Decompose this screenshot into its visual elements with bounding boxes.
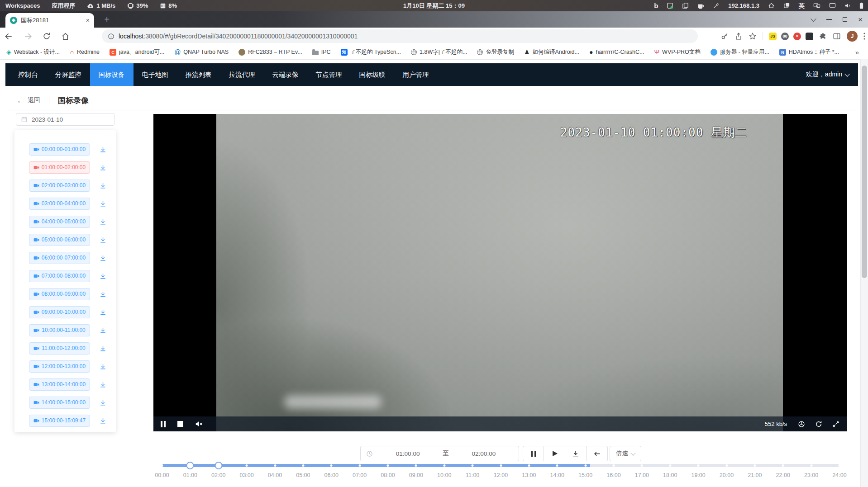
record-range-button[interactable]: 10:00:00-11:00:00 bbox=[29, 324, 90, 336]
browser-tab[interactable]: 国标28181 × bbox=[5, 13, 94, 28]
record-download-button[interactable] bbox=[98, 397, 108, 407]
input-language-indicator[interactable]: 英 bbox=[799, 2, 805, 10]
time-range-input[interactable]: 01:00:00 至 02:00:00 bbox=[360, 446, 519, 461]
record-range-button[interactable]: 08:00:00-09:00:00 bbox=[29, 288, 90, 300]
bookmarks-overflow-icon[interactable]: » bbox=[855, 48, 868, 56]
record-range-button[interactable]: 03:00:00-04:00:00 bbox=[29, 198, 90, 210]
record-download-button[interactable] bbox=[98, 180, 108, 190]
window-close-icon[interactable]: × bbox=[858, 16, 863, 24]
bookmark-item[interactable]: IPC bbox=[312, 49, 331, 55]
record-range-button[interactable]: 14:00:00-15:00:00 bbox=[29, 397, 90, 409]
bing-tray-icon[interactable]: b bbox=[654, 2, 658, 9]
seek-to-start-button[interactable] bbox=[587, 446, 608, 461]
page-scrollbar[interactable] bbox=[860, 59, 868, 487]
bookmark-star-icon[interactable] bbox=[749, 32, 757, 40]
nav-tab-云端录像[interactable]: 云端录像 bbox=[264, 63, 307, 86]
nav-tab-拉流代理[interactable]: 拉流代理 bbox=[220, 63, 264, 86]
record-range-button[interactable]: 01:00:00-02:00:00 bbox=[29, 161, 90, 174]
end-time-value[interactable]: 02:00:00 bbox=[449, 450, 519, 457]
nav-tab-控制台[interactable]: 控制台 bbox=[10, 63, 47, 86]
extension-icon[interactable]: × bbox=[793, 33, 801, 40]
record-download-button[interactable] bbox=[98, 343, 108, 353]
timeline-handle[interactable] bbox=[215, 462, 222, 469]
fullscreen-icon[interactable] bbox=[832, 421, 839, 428]
extension-icon[interactable] bbox=[806, 33, 813, 40]
record-download-button[interactable] bbox=[98, 271, 108, 281]
workspaces-button[interactable]: Workspaces bbox=[5, 2, 40, 9]
extension-icon[interactable]: JS bbox=[769, 33, 777, 40]
nav-tab-节点管理[interactable]: 节点管理 bbox=[307, 63, 351, 86]
record-download-button[interactable] bbox=[98, 379, 108, 389]
home-button-icon[interactable] bbox=[61, 32, 70, 41]
player-mute-icon[interactable] bbox=[195, 421, 203, 427]
record-download-button[interactable] bbox=[98, 162, 108, 172]
windows-overlap-icon[interactable] bbox=[783, 2, 790, 9]
bookmark-item[interactable]: ♟如何编译Android... bbox=[524, 48, 579, 56]
record-download-button[interactable] bbox=[98, 217, 108, 227]
ip-address-indicator[interactable]: 192.168.1.3 bbox=[728, 2, 759, 9]
date-picker-input[interactable]: 2023-01-10 bbox=[16, 113, 114, 126]
nav-tab-国标设备[interactable]: 国标设备 bbox=[90, 63, 134, 86]
timeline-handle[interactable] bbox=[186, 462, 194, 469]
start-time-value[interactable]: 01:00:00 bbox=[373, 450, 443, 457]
nav-tab-分屏监控[interactable]: 分屏监控 bbox=[47, 63, 90, 86]
clipboard-icon[interactable] bbox=[682, 2, 689, 9]
bookmark-item[interactable]: 1.8W字|了不起的... bbox=[411, 48, 467, 56]
scrollbar-thumb[interactable] bbox=[862, 66, 867, 278]
bookmark-item[interactable]: ∩Redmine bbox=[70, 49, 100, 55]
back-icon[interactable] bbox=[5, 32, 13, 41]
volume-icon[interactable] bbox=[844, 3, 851, 9]
record-range-button[interactable]: 05:00:00-06:00:00 bbox=[29, 234, 90, 246]
record-range-button[interactable]: 04:00:00-05:00:00 bbox=[29, 216, 90, 228]
new-tab-button[interactable]: + bbox=[101, 14, 112, 25]
video-player[interactable]: 2023-01-10 01:00:00 星期二 552 kb/s bbox=[153, 114, 847, 431]
record-download-button[interactable] bbox=[98, 253, 108, 263]
timeline-slider[interactable]: 00:0001:0002:0003:0004:0005:0006:0007:00… bbox=[162, 461, 839, 482]
record-download-button[interactable] bbox=[98, 199, 108, 208]
record-download-button[interactable] bbox=[98, 416, 108, 426]
record-range-button[interactable]: 11:00:00-12:00:00 bbox=[29, 342, 90, 355]
dual-display-icon[interactable] bbox=[813, 3, 820, 9]
color-picker-icon[interactable] bbox=[713, 2, 720, 9]
home-icon[interactable] bbox=[768, 2, 775, 9]
bookmark-item[interactable]: ◈Webstack - 设计... bbox=[6, 48, 60, 56]
snapshot-aperture-icon[interactable] bbox=[798, 421, 805, 428]
tab-search-chevron-icon[interactable] bbox=[811, 16, 816, 22]
address-bar[interactable]: localhost:38080/#/gbRecordDetail/3402000… bbox=[102, 29, 698, 43]
welcome-user-menu[interactable]: 欢迎，admin bbox=[806, 71, 849, 79]
bookmark-item[interactable]: @QNAP Turbo NAS bbox=[174, 49, 229, 55]
download-button[interactable] bbox=[565, 446, 587, 461]
window-minimize-icon[interactable] bbox=[826, 19, 832, 20]
extensions-puzzle-icon[interactable] bbox=[819, 33, 827, 40]
reload-icon[interactable] bbox=[43, 32, 51, 40]
record-download-button[interactable] bbox=[98, 361, 108, 371]
playback-speed-dropdown[interactable]: 倍速 bbox=[610, 446, 641, 461]
nav-tab-电子地图[interactable]: 电子地图 bbox=[134, 63, 177, 86]
record-range-button[interactable]: 02:00:00-03:00:00 bbox=[29, 180, 90, 192]
tab-close-icon[interactable]: × bbox=[86, 17, 90, 24]
player-pause-icon[interactable] bbox=[161, 421, 166, 427]
side-panel-icon[interactable] bbox=[833, 32, 841, 40]
record-download-button[interactable] bbox=[98, 289, 108, 299]
record-range-button[interactable]: 06:00:00-07:00:00 bbox=[29, 252, 90, 264]
bookmark-item[interactable]: 知了不起的 TypeScri... bbox=[341, 48, 401, 56]
player-refresh-icon[interactable] bbox=[815, 421, 822, 428]
record-download-button[interactable] bbox=[98, 307, 108, 317]
bookmark-item[interactable]: 服务器 - 轻量应用... bbox=[711, 48, 769, 56]
coffee-app-icon[interactable] bbox=[697, 3, 704, 9]
nav-tab-用户管理[interactable]: 用户管理 bbox=[394, 63, 438, 86]
bookmark-item[interactable]: Cjava、android可... bbox=[110, 48, 164, 56]
display-icon[interactable] bbox=[829, 3, 836, 9]
browser-menu-kebab-icon[interactable] bbox=[863, 33, 865, 40]
passwords-key-icon[interactable] bbox=[720, 32, 729, 40]
record-range-button[interactable]: 00:00:00-01:00:00 bbox=[29, 143, 90, 156]
site-info-icon[interactable] bbox=[108, 33, 114, 40]
record-range-button[interactable]: 15:00:00-15:09:47 bbox=[29, 415, 90, 427]
bookmark-item[interactable]: 免登录复制 bbox=[477, 48, 514, 56]
play-button[interactable] bbox=[544, 446, 565, 461]
notes-app-icon[interactable] bbox=[667, 2, 673, 9]
bookmark-item[interactable]: RFC2833 – RTP Ev... bbox=[238, 49, 302, 56]
bookmark-item[interactable]: ●hairrrrr/C-CrashC... bbox=[589, 49, 644, 55]
pause-button[interactable] bbox=[523, 446, 544, 461]
nav-tab-推流列表[interactable]: 推流列表 bbox=[177, 63, 220, 86]
